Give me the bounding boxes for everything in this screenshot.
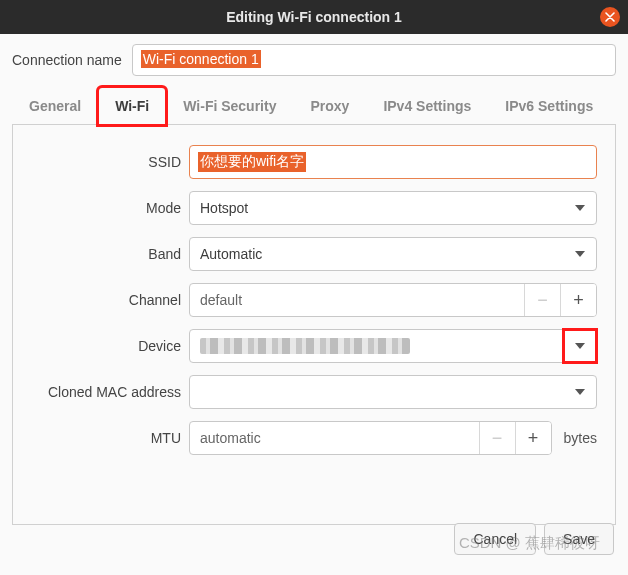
wifi-tab-content: SSID 你想要的wifi名字 Mode Hotspot Band Automa… (12, 125, 616, 525)
cancel-button[interactable]: Cancel (454, 523, 536, 555)
mtu-increment-button[interactable]: + (515, 422, 551, 454)
mtu-stepper[interactable]: automatic − + (189, 421, 552, 455)
mtu-value: automatic (190, 422, 479, 454)
ssid-value: 你想要的wifi名字 (198, 152, 306, 172)
tab-wifi[interactable]: Wi-Fi (98, 87, 166, 125)
tab-ipv4-settings[interactable]: IPv4 Settings (366, 87, 488, 125)
channel-decrement-button[interactable]: − (524, 284, 560, 316)
band-select[interactable]: Automatic (189, 237, 597, 271)
tab-proxy[interactable]: Proxy (293, 87, 366, 125)
channel-label: Channel (31, 292, 181, 308)
connection-name-input[interactable]: Wi-Fi connection 1 (132, 44, 616, 76)
chevron-down-icon (564, 192, 596, 224)
mode-value: Hotspot (200, 200, 248, 216)
mode-select[interactable]: Hotspot (189, 191, 597, 225)
dialog-buttons: Cancel Save (454, 523, 614, 555)
band-label: Band (31, 246, 181, 262)
tab-general[interactable]: General (12, 87, 98, 125)
ssid-input[interactable]: 你想要的wifi名字 (189, 145, 597, 179)
ssid-label: SSID (31, 154, 181, 170)
save-button[interactable]: Save (544, 523, 614, 555)
device-value-redacted (200, 338, 410, 354)
mode-label: Mode (31, 200, 181, 216)
tabbar: General Wi-Fi Wi-Fi Security Proxy IPv4 … (12, 86, 616, 125)
dialog-body: Connection name Wi-Fi connection 1 Gener… (0, 34, 628, 525)
chevron-down-icon (564, 238, 596, 270)
close-button[interactable] (600, 7, 620, 27)
mtu-unit: bytes (560, 430, 597, 446)
band-value: Automatic (200, 246, 262, 262)
titlebar: Editing Wi-Fi connection 1 (0, 0, 628, 34)
connection-name-value: Wi-Fi connection 1 (141, 50, 261, 68)
mtu-decrement-button[interactable]: − (479, 422, 515, 454)
window-title: Editing Wi-Fi connection 1 (226, 9, 402, 25)
tab-wifi-security[interactable]: Wi-Fi Security (166, 87, 293, 125)
connection-name-label: Connection name (12, 52, 122, 68)
device-label: Device (31, 338, 181, 354)
mtu-label: MTU (31, 430, 181, 446)
wifi-form: SSID 你想要的wifi名字 Mode Hotspot Band Automa… (31, 145, 597, 455)
channel-stepper[interactable]: default − + (189, 283, 597, 317)
chevron-down-icon[interactable] (564, 330, 596, 362)
device-select[interactable] (189, 329, 597, 363)
connection-name-row: Connection name Wi-Fi connection 1 (12, 44, 616, 76)
channel-value: default (190, 284, 524, 316)
tab-ipv6-settings[interactable]: IPv6 Settings (488, 87, 610, 125)
channel-increment-button[interactable]: + (560, 284, 596, 316)
cloned-mac-label: Cloned MAC address (31, 384, 181, 400)
cloned-mac-select[interactable] (189, 375, 597, 409)
chevron-down-icon (564, 376, 596, 408)
close-icon (605, 12, 615, 22)
